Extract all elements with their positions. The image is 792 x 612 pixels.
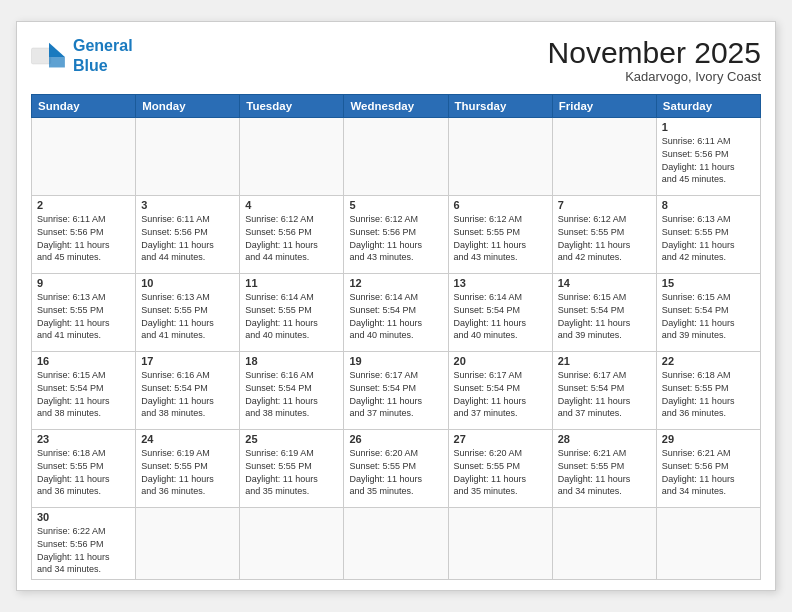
day-number: 3: [141, 199, 234, 211]
day-number: 14: [558, 277, 651, 289]
calendar-cell: 9Sunrise: 6:13 AM Sunset: 5:55 PM Daylig…: [32, 274, 136, 352]
day-number: 27: [454, 433, 547, 445]
weekday-header-monday: Monday: [136, 95, 240, 118]
day-number: 29: [662, 433, 755, 445]
day-info: Sunrise: 6:15 AM Sunset: 5:54 PM Dayligh…: [662, 291, 755, 341]
day-info: Sunrise: 6:15 AM Sunset: 5:54 PM Dayligh…: [558, 291, 651, 341]
calendar-cell: 18Sunrise: 6:16 AM Sunset: 5:54 PM Dayli…: [240, 352, 344, 430]
day-info: Sunrise: 6:14 AM Sunset: 5:55 PM Dayligh…: [245, 291, 338, 341]
day-number: 30: [37, 511, 130, 523]
calendar-cell: [448, 508, 552, 579]
calendar-cell: 12Sunrise: 6:14 AM Sunset: 5:54 PM Dayli…: [344, 274, 448, 352]
title-section: November 2025 Kadarvogo, Ivory Coast: [548, 36, 761, 84]
day-number: 7: [558, 199, 651, 211]
day-number: 18: [245, 355, 338, 367]
day-info: Sunrise: 6:21 AM Sunset: 5:56 PM Dayligh…: [662, 447, 755, 497]
calendar-cell: [552, 118, 656, 196]
day-number: 5: [349, 199, 442, 211]
day-number: 6: [454, 199, 547, 211]
day-info: Sunrise: 6:18 AM Sunset: 5:55 PM Dayligh…: [37, 447, 130, 497]
calendar-cell: 13Sunrise: 6:14 AM Sunset: 5:54 PM Dayli…: [448, 274, 552, 352]
day-number: 20: [454, 355, 547, 367]
calendar-cell: [344, 508, 448, 579]
calendar-cell: [240, 508, 344, 579]
day-number: 22: [662, 355, 755, 367]
day-info: Sunrise: 6:12 AM Sunset: 5:56 PM Dayligh…: [245, 213, 338, 263]
day-number: 25: [245, 433, 338, 445]
svg-rect-0: [31, 48, 50, 64]
day-info: Sunrise: 6:19 AM Sunset: 5:55 PM Dayligh…: [245, 447, 338, 497]
calendar-cell: 29Sunrise: 6:21 AM Sunset: 5:56 PM Dayli…: [656, 430, 760, 508]
logo-text: General Blue: [73, 36, 133, 74]
calendar-cell: [32, 118, 136, 196]
weekday-header-row: SundayMondayTuesdayWednesdayThursdayFrid…: [32, 95, 761, 118]
day-info: Sunrise: 6:14 AM Sunset: 5:54 PM Dayligh…: [454, 291, 547, 341]
day-number: 28: [558, 433, 651, 445]
day-info: Sunrise: 6:16 AM Sunset: 5:54 PM Dayligh…: [245, 369, 338, 419]
calendar-cell: 15Sunrise: 6:15 AM Sunset: 5:54 PM Dayli…: [656, 274, 760, 352]
calendar-cell: 23Sunrise: 6:18 AM Sunset: 5:55 PM Dayli…: [32, 430, 136, 508]
day-info: Sunrise: 6:13 AM Sunset: 5:55 PM Dayligh…: [141, 291, 234, 341]
weekday-header-friday: Friday: [552, 95, 656, 118]
weekday-header-thursday: Thursday: [448, 95, 552, 118]
location: Kadarvogo, Ivory Coast: [548, 69, 761, 84]
day-number: 26: [349, 433, 442, 445]
calendar-cell: 3Sunrise: 6:11 AM Sunset: 5:56 PM Daylig…: [136, 196, 240, 274]
logo: General Blue: [31, 36, 133, 74]
calendar-cell: [656, 508, 760, 579]
weekday-header-wednesday: Wednesday: [344, 95, 448, 118]
calendar-cell: 27Sunrise: 6:20 AM Sunset: 5:55 PM Dayli…: [448, 430, 552, 508]
svg-marker-2: [49, 56, 65, 67]
day-number: 17: [141, 355, 234, 367]
day-info: Sunrise: 6:11 AM Sunset: 5:56 PM Dayligh…: [662, 135, 755, 185]
day-info: Sunrise: 6:22 AM Sunset: 5:56 PM Dayligh…: [37, 525, 130, 575]
calendar-cell: 2Sunrise: 6:11 AM Sunset: 5:56 PM Daylig…: [32, 196, 136, 274]
day-number: 10: [141, 277, 234, 289]
calendar-cell: [240, 118, 344, 196]
day-info: Sunrise: 6:12 AM Sunset: 5:56 PM Dayligh…: [349, 213, 442, 263]
day-info: Sunrise: 6:11 AM Sunset: 5:56 PM Dayligh…: [141, 213, 234, 263]
day-number: 11: [245, 277, 338, 289]
logo-icon: [31, 41, 67, 71]
calendar-cell: 21Sunrise: 6:17 AM Sunset: 5:54 PM Dayli…: [552, 352, 656, 430]
calendar-row-1: 1Sunrise: 6:11 AM Sunset: 5:56 PM Daylig…: [32, 118, 761, 196]
calendar-cell: 4Sunrise: 6:12 AM Sunset: 5:56 PM Daylig…: [240, 196, 344, 274]
calendar-cell: [136, 118, 240, 196]
day-info: Sunrise: 6:11 AM Sunset: 5:56 PM Dayligh…: [37, 213, 130, 263]
calendar-row-2: 2Sunrise: 6:11 AM Sunset: 5:56 PM Daylig…: [32, 196, 761, 274]
day-info: Sunrise: 6:18 AM Sunset: 5:55 PM Dayligh…: [662, 369, 755, 419]
calendar-row-5: 23Sunrise: 6:18 AM Sunset: 5:55 PM Dayli…: [32, 430, 761, 508]
day-info: Sunrise: 6:20 AM Sunset: 5:55 PM Dayligh…: [454, 447, 547, 497]
calendar-row-3: 9Sunrise: 6:13 AM Sunset: 5:55 PM Daylig…: [32, 274, 761, 352]
day-number: 21: [558, 355, 651, 367]
calendar-cell: 22Sunrise: 6:18 AM Sunset: 5:55 PM Dayli…: [656, 352, 760, 430]
calendar-header: General Blue November 2025 Kadarvogo, Iv…: [31, 36, 761, 84]
calendar-cell: 6Sunrise: 6:12 AM Sunset: 5:55 PM Daylig…: [448, 196, 552, 274]
day-info: Sunrise: 6:12 AM Sunset: 5:55 PM Dayligh…: [454, 213, 547, 263]
calendar-cell: 11Sunrise: 6:14 AM Sunset: 5:55 PM Dayli…: [240, 274, 344, 352]
day-info: Sunrise: 6:19 AM Sunset: 5:55 PM Dayligh…: [141, 447, 234, 497]
calendar-cell: 25Sunrise: 6:19 AM Sunset: 5:55 PM Dayli…: [240, 430, 344, 508]
calendar-cell: [136, 508, 240, 579]
calendar-cell: 1Sunrise: 6:11 AM Sunset: 5:56 PM Daylig…: [656, 118, 760, 196]
day-info: Sunrise: 6:20 AM Sunset: 5:55 PM Dayligh…: [349, 447, 442, 497]
calendar-cell: [344, 118, 448, 196]
calendar-grid: SundayMondayTuesdayWednesdayThursdayFrid…: [31, 94, 761, 579]
day-info: Sunrise: 6:17 AM Sunset: 5:54 PM Dayligh…: [558, 369, 651, 419]
day-info: Sunrise: 6:12 AM Sunset: 5:55 PM Dayligh…: [558, 213, 651, 263]
calendar-row-4: 16Sunrise: 6:15 AM Sunset: 5:54 PM Dayli…: [32, 352, 761, 430]
calendar-cell: 10Sunrise: 6:13 AM Sunset: 5:55 PM Dayli…: [136, 274, 240, 352]
svg-marker-1: [49, 42, 65, 56]
calendar-cell: 26Sunrise: 6:20 AM Sunset: 5:55 PM Dayli…: [344, 430, 448, 508]
day-info: Sunrise: 6:16 AM Sunset: 5:54 PM Dayligh…: [141, 369, 234, 419]
day-info: Sunrise: 6:13 AM Sunset: 5:55 PM Dayligh…: [662, 213, 755, 263]
day-info: Sunrise: 6:21 AM Sunset: 5:55 PM Dayligh…: [558, 447, 651, 497]
day-info: Sunrise: 6:14 AM Sunset: 5:54 PM Dayligh…: [349, 291, 442, 341]
day-number: 1: [662, 121, 755, 133]
calendar-cell: 28Sunrise: 6:21 AM Sunset: 5:55 PM Dayli…: [552, 430, 656, 508]
day-number: 4: [245, 199, 338, 211]
calendar-cell: 8Sunrise: 6:13 AM Sunset: 5:55 PM Daylig…: [656, 196, 760, 274]
day-info: Sunrise: 6:17 AM Sunset: 5:54 PM Dayligh…: [349, 369, 442, 419]
day-info: Sunrise: 6:13 AM Sunset: 5:55 PM Dayligh…: [37, 291, 130, 341]
calendar-cell: 19Sunrise: 6:17 AM Sunset: 5:54 PM Dayli…: [344, 352, 448, 430]
